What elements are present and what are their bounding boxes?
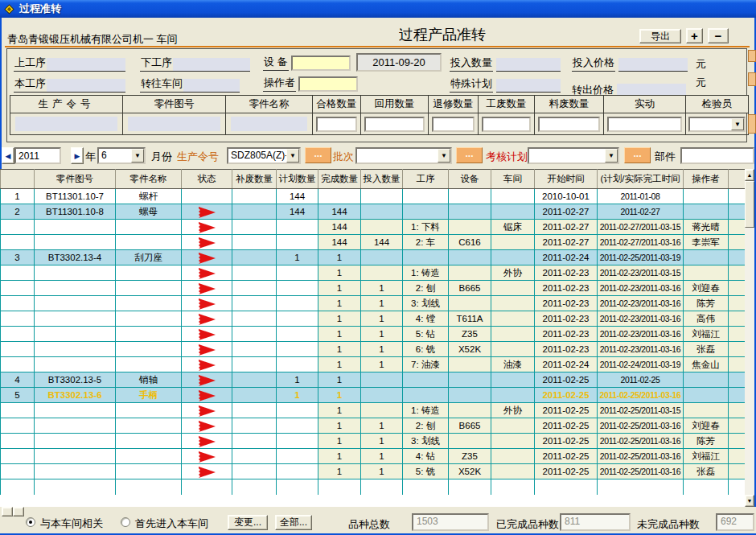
grid-row[interactable]: 112: 刨B6652011-02-232011-02-23/2011-03-1… bbox=[1, 281, 746, 296]
plan-select[interactable]: ▼ bbox=[528, 147, 619, 164]
grid-row[interactable]: 2BT11301.10-8螺母1441442011-02-272011-02-2… bbox=[1, 204, 746, 220]
rework-input[interactable] bbox=[432, 117, 475, 132]
grid-header-1[interactable]: 零件图号 bbox=[35, 170, 116, 189]
grid-cell-name: 手柄 bbox=[116, 388, 182, 403]
batch-browse-button[interactable]: ... bbox=[456, 147, 483, 163]
grid-header-12[interactable]: (计划/实际完工时间 bbox=[598, 170, 684, 189]
date-field[interactable]: 2011-09-20 bbox=[356, 53, 442, 72]
grid-table: 零件图号零件名称状态补废数量计划数量完成数量投入数量工序设备车间开始时间(计划/… bbox=[0, 169, 745, 495]
status-flag-icon bbox=[183, 207, 231, 219]
prev-year-button[interactable]: ◀ bbox=[2, 147, 14, 164]
grid-header-13[interactable]: 操作者 bbox=[684, 170, 729, 189]
grid-header-9[interactable]: 设备 bbox=[449, 170, 491, 189]
chevron-down-icon[interactable]: ▼ bbox=[605, 149, 618, 163]
scroll-down-icon[interactable]: ▼ bbox=[745, 495, 754, 507]
grid-row[interactable]: 1441: 下料锯床2011-02-272011-02-27/2011-03-1… bbox=[1, 220, 746, 235]
special-plan-field[interactable] bbox=[496, 79, 561, 93]
grid-row[interactable]: 11: 铸造外协2011-02-232011-02-23/2011-03-15 bbox=[1, 265, 746, 281]
vertical-scrollbar[interactable]: ▲ ▼ bbox=[745, 169, 754, 507]
plan-browse-button[interactable]: ... bbox=[624, 147, 651, 163]
inspector-select[interactable]: ▼ bbox=[688, 117, 746, 132]
month-select[interactable]: 6 ▼ bbox=[97, 147, 146, 164]
order-field[interactable] bbox=[15, 117, 117, 131]
year-input[interactable] bbox=[14, 147, 61, 164]
scrollbar-thumb[interactable] bbox=[745, 181, 754, 228]
grid-header-14[interactable] bbox=[729, 170, 746, 189]
name-field[interactable] bbox=[231, 117, 307, 131]
part-input[interactable] bbox=[680, 147, 754, 164]
batch-select[interactable]: ▼ bbox=[355, 147, 452, 164]
grid-cell-finish: 2011-02-25/2011-03-16 bbox=[598, 418, 684, 434]
grid-row[interactable]: 1BT11301.10-7螺杆1442010-10-012011-01-08 bbox=[1, 189, 746, 204]
hscroll-left-button[interactable] bbox=[2, 507, 13, 516]
chevron-down-icon[interactable]: ▼ bbox=[731, 118, 744, 130]
radio-related-workshop[interactable] bbox=[26, 517, 35, 527]
export-button[interactable]: 导出 bbox=[639, 29, 681, 43]
grid-header-0[interactable] bbox=[1, 170, 35, 189]
reuse-input[interactable] bbox=[364, 117, 425, 132]
grid-row[interactable]: 4BT3302.13-5销轴112011-02-252011-02-25 bbox=[1, 372, 746, 388]
grid-row[interactable]: 114: 钻Z352011-02-252011-02-25/2011-03-16… bbox=[1, 449, 746, 464]
chevron-down-icon[interactable]: ▼ bbox=[131, 149, 144, 163]
upper-process-field[interactable] bbox=[47, 58, 125, 72]
grid-header-5[interactable]: 计划数量 bbox=[277, 170, 318, 189]
grid-cell-shebei: T611A bbox=[449, 311, 491, 327]
grid-cell-shebei bbox=[449, 372, 491, 388]
transfer-workshop-field[interactable] bbox=[183, 79, 240, 93]
grid-cell-start: 2011-02-25 bbox=[535, 403, 598, 418]
grid-header-7[interactable]: 投入数量 bbox=[361, 170, 403, 189]
change-button[interactable]: 变更... bbox=[228, 515, 268, 530]
grid-header-8[interactable]: 工序 bbox=[403, 170, 449, 189]
edge-button[interactable] bbox=[748, 50, 756, 62]
grid-header-11[interactable]: 开始时间 bbox=[535, 170, 598, 189]
grid-row[interactable]: 5BT3302.13-6手柄112011-02-252011-02-25/201… bbox=[1, 388, 746, 403]
grid-row[interactable]: 115: 钻Z352011-02-232011-02-23/2011-03-16… bbox=[1, 327, 746, 342]
undone-varieties-label: 未完成品种数 bbox=[637, 517, 700, 532]
workscrap-input[interactable] bbox=[482, 117, 531, 132]
next-year-button[interactable]: ▶ bbox=[71, 147, 84, 164]
input-price-field[interactable] bbox=[618, 58, 688, 72]
grid-row[interactable]: 113: 划线2011-02-252011-02-25/2011-03-16陈芳 bbox=[1, 434, 746, 449]
zoom-in-button[interactable]: + bbox=[686, 28, 703, 43]
scroll-up-icon[interactable]: ▲ bbox=[745, 169, 754, 181]
input-qty-field[interactable] bbox=[496, 58, 561, 72]
figure-field[interactable] bbox=[128, 117, 220, 131]
grid-row[interactable]: 11: 铸造外协2011-02-252011-02-25/2011-03-15 bbox=[1, 403, 746, 418]
grid-cell-operator: 陈芳 bbox=[684, 296, 729, 311]
matscrap-input[interactable] bbox=[538, 117, 600, 132]
grid-row[interactable]: 3BT3302.13-4刮刀座112011-02-242011-02-25/20… bbox=[1, 250, 746, 265]
actual-input[interactable] bbox=[607, 117, 682, 132]
chevron-down-icon[interactable]: ▼ bbox=[286, 149, 299, 163]
device-input[interactable] bbox=[291, 56, 351, 71]
grid-header-2[interactable]: 零件名称 bbox=[116, 170, 182, 189]
grid-row[interactable]: 113: 划线2011-02-232011-02-23/2011-03-16陈芳 bbox=[1, 296, 746, 311]
grid-row[interactable]: 116: 铣X52K2011-02-232011-02-23/2011-03-1… bbox=[1, 342, 746, 357]
qualified-input[interactable] bbox=[316, 117, 357, 132]
grid-cell-pad bbox=[729, 388, 746, 403]
hscroll-right-button[interactable] bbox=[13, 507, 24, 516]
grid-header-10[interactable]: 车间 bbox=[491, 170, 535, 189]
lower-process-field[interactable] bbox=[173, 58, 250, 72]
all-button[interactable]: 全部... bbox=[275, 515, 312, 530]
edge-button[interactable] bbox=[748, 114, 756, 134]
grid-row[interactable]: 1441442: 车C6162011-02-272011-02-27/2011-… bbox=[1, 235, 746, 250]
order-browse-button[interactable]: ... bbox=[305, 147, 331, 163]
grid-row[interactable]: 117: 油漆油漆2011-02-242011-02-24/2011-03-19… bbox=[1, 357, 746, 372]
zoom-out-button[interactable]: − bbox=[708, 28, 729, 43]
status-flag-icon bbox=[183, 253, 231, 265]
grid-header-4[interactable]: 补废数量 bbox=[232, 170, 277, 189]
chevron-down-icon[interactable]: ▼ bbox=[438, 149, 450, 163]
grid-header-3[interactable]: 状态 bbox=[182, 170, 232, 189]
this-process-field[interactable] bbox=[47, 79, 125, 93]
status-flag-icon bbox=[183, 436, 231, 448]
grid-row[interactable]: 112: 刨B6652011-02-252011-02-25/2011-03-1… bbox=[1, 418, 746, 434]
grid-row[interactable]: 115: 铣X52K2011-02-252011-02-25/2011-03-1… bbox=[1, 464, 746, 479]
grid-header-6[interactable]: 完成数量 bbox=[318, 170, 361, 189]
grid-cell-shebei: B665 bbox=[449, 281, 491, 296]
order-select[interactable]: SDZ805A(Z)-a ▼ bbox=[227, 147, 301, 164]
grid-row[interactable]: 114: 镗T611A2011-02-232011-02-23/2011-03-… bbox=[1, 311, 746, 327]
grid-cell-wancheng: 144 bbox=[318, 220, 361, 235]
radio-first-enter[interactable] bbox=[121, 517, 130, 527]
edge-button[interactable] bbox=[748, 72, 756, 86]
operator-input[interactable] bbox=[298, 76, 358, 92]
